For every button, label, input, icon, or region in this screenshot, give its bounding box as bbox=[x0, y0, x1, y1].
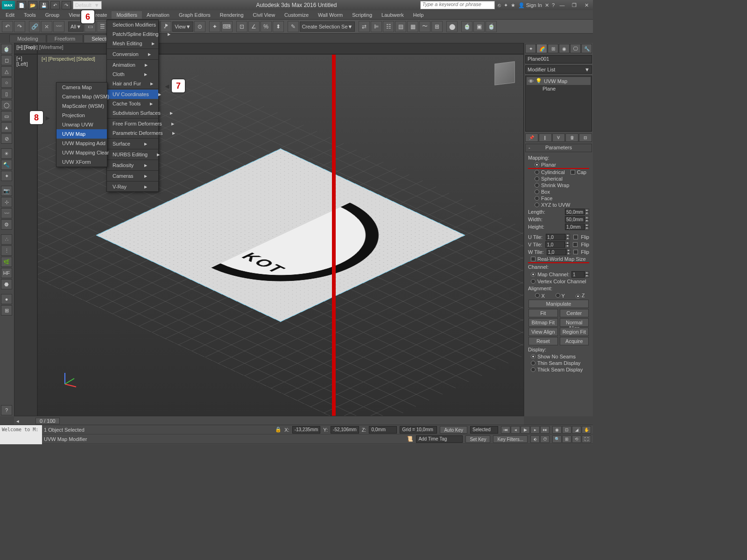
mod-menu-conversion[interactable]: Conversion▶ bbox=[107, 49, 158, 59]
help-search[interactable] bbox=[420, 1, 495, 9]
layers-button[interactable]: ☷ bbox=[383, 21, 394, 32]
key-filters-button[interactable]: Key Filters... bbox=[493, 435, 528, 443]
render-button[interactable]: 🍵 bbox=[486, 21, 497, 32]
isolate-button[interactable]: ◉ bbox=[552, 426, 562, 434]
auto-key-button[interactable]: Auto Key bbox=[440, 426, 467, 434]
ribbon-button[interactable]: ▦ bbox=[407, 21, 418, 32]
utilities-tab-icon[interactable]: 🔧 bbox=[581, 44, 592, 53]
mapping-spherical[interactable]: Spherical bbox=[528, 175, 589, 182]
qat-save-icon[interactable]: 💾 bbox=[39, 1, 49, 9]
view-align-button[interactable]: View Align bbox=[529, 328, 558, 336]
qat-new-icon[interactable]: 📄 bbox=[17, 1, 26, 9]
show-end-result-button[interactable]: ‖ bbox=[539, 133, 552, 142]
tab-modeling[interactable]: Modeling bbox=[9, 35, 46, 42]
teapot-icon[interactable]: 🍵 bbox=[1, 44, 12, 54]
menu-graph-editors[interactable]: Graph Editors bbox=[174, 11, 215, 19]
workspace-dropdown[interactable]: Default▼ bbox=[73, 1, 102, 9]
edit-named-sel-button[interactable]: ✎ bbox=[288, 21, 299, 32]
menu-group[interactable]: Group bbox=[41, 11, 64, 19]
next-frame-button[interactable]: ▸ bbox=[530, 426, 540, 434]
mod-menu-hair-and-fur[interactable]: Hair and Fur▶ bbox=[107, 79, 158, 88]
foliage-icon[interactable]: 🌿 bbox=[1, 257, 12, 267]
menu-rendering[interactable]: Rendering bbox=[215, 11, 248, 19]
keyboard-shortcut-button[interactable]: ⌨ bbox=[221, 21, 233, 32]
layer-explorer-button[interactable]: ▤ bbox=[395, 21, 406, 32]
map-channel-spinner[interactable]: ▲▼ bbox=[571, 271, 589, 278]
pivot-center-button[interactable]: ⊙ bbox=[194, 21, 205, 32]
menu-customize[interactable]: Customize bbox=[280, 11, 313, 19]
autodesk-360-icon[interactable]: ✕ bbox=[545, 2, 549, 8]
mod-menu-uv-coordinates[interactable]: UV Coordinates▶ bbox=[107, 90, 158, 99]
spacewarp-icon[interactable]: 〰 bbox=[1, 208, 12, 218]
mirror-button[interactable]: ⇄ bbox=[359, 21, 370, 32]
thick-seam[interactable]: Thick Seam Display bbox=[528, 366, 589, 373]
undo-button[interactable]: ↶ bbox=[2, 21, 13, 32]
qat-undo-icon[interactable]: ↶ bbox=[50, 1, 60, 9]
sphere2-icon[interactable]: ● bbox=[1, 294, 12, 304]
goto-start-button[interactable]: ⏮ bbox=[501, 426, 510, 434]
camera-icon[interactable]: 📷 bbox=[1, 186, 12, 196]
help-search-input[interactable] bbox=[423, 1, 493, 7]
spot-icon[interactable]: 🔦 bbox=[1, 160, 12, 170]
angle-snap-button[interactable]: ∠ bbox=[248, 21, 260, 32]
mod-menu-free-form-deformers[interactable]: Free Form Deformers▶ bbox=[107, 119, 158, 128]
mod-menu-mesh-editing[interactable]: Mesh Editing▶ bbox=[107, 39, 158, 48]
uv-menu-uvw-mapping-clear[interactable]: UVW Mapping Clear bbox=[56, 148, 107, 157]
view-cube[interactable] bbox=[494, 61, 515, 85]
menu-civil-view[interactable]: Civil View bbox=[248, 11, 280, 19]
eye-icon[interactable]: 👁 bbox=[529, 78, 534, 84]
mod-menu-selection-modifiers[interactable]: Selection Modifiers▶ bbox=[107, 20, 158, 29]
wtile-spinner[interactable]: ▲▼ bbox=[547, 249, 571, 255]
align-y[interactable]: Y bbox=[556, 293, 565, 299]
snap-toggle-button[interactable]: ⊡ bbox=[236, 21, 247, 32]
set-key-button[interactable]: Set Key bbox=[465, 435, 490, 443]
hierarchy-tab-icon[interactable]: ⊞ bbox=[548, 44, 558, 53]
create-tab-icon[interactable]: ✦ bbox=[525, 44, 536, 53]
viewport-left[interactable]: [+] [Left] bbox=[14, 54, 37, 416]
minimize-button[interactable]: — bbox=[557, 1, 567, 9]
menu-animation[interactable]: Animation bbox=[142, 11, 174, 19]
uv-menu-mapscaler-wsm-[interactable]: MapScaler (WSM) bbox=[56, 101, 107, 111]
pan-button[interactable]: ✋ bbox=[582, 426, 591, 434]
curve-editor-button[interactable]: 〜 bbox=[419, 21, 430, 32]
uv-menu-projection[interactable]: Projection bbox=[56, 111, 107, 120]
cylinder-icon[interactable]: ▯ bbox=[1, 89, 12, 99]
thin-seam[interactable]: Thin Seam Display bbox=[528, 360, 589, 366]
help-icon[interactable]: ? bbox=[552, 2, 555, 8]
fit-button[interactable]: Fit bbox=[529, 309, 558, 317]
mod-menu-animation[interactable]: Animation▶ bbox=[107, 60, 158, 70]
uv-menu-uvw-map[interactable]: UVW Map bbox=[56, 129, 107, 139]
orbit-button[interactable]: ⟲ bbox=[572, 435, 581, 443]
sphere-icon[interactable]: ○ bbox=[1, 77, 12, 88]
mod-menu-surface[interactable]: Surface▶ bbox=[107, 139, 158, 148]
cone-icon[interactable]: △ bbox=[1, 66, 12, 77]
qat-open-icon[interactable]: 📂 bbox=[28, 1, 37, 9]
mod-menu-cache-tools[interactable]: Cache Tools▶ bbox=[107, 99, 158, 108]
menu-help[interactable]: Help bbox=[409, 11, 429, 19]
grid-icon[interactable]: ⊞ bbox=[1, 305, 12, 315]
favorite-icon[interactable]: ★ bbox=[511, 2, 515, 8]
vtile-spinner[interactable]: ▲▼ bbox=[545, 241, 570, 248]
percent-snap-button[interactable]: % bbox=[261, 21, 272, 32]
manipulate-button[interactable]: Manipulate bbox=[529, 300, 589, 308]
connectivity-icon[interactable]: ⎋ bbox=[498, 2, 501, 8]
app-logo[interactable]: MAX bbox=[2, 1, 15, 9]
torus-icon[interactable]: ◯ bbox=[1, 100, 12, 110]
zoom-ext-button[interactable]: ⊡ bbox=[562, 426, 571, 434]
qat-redo-icon[interactable]: ↷ bbox=[62, 1, 71, 9]
region-fit-button[interactable]: Region Fit bbox=[560, 328, 589, 336]
acquire-button[interactable]: Acquire bbox=[560, 337, 589, 345]
align-z[interactable]: Z bbox=[576, 293, 585, 299]
uflip-check[interactable] bbox=[573, 235, 578, 239]
mod-menu-subdivision-surfaces[interactable]: Subdivision Surfaces▶ bbox=[107, 108, 158, 118]
coord-x[interactable]: -13,235mm bbox=[292, 426, 321, 434]
system-icon[interactable]: ⚙ bbox=[1, 219, 12, 230]
particle-icon[interactable]: ∴ bbox=[1, 234, 12, 245]
wflip-check[interactable] bbox=[573, 250, 578, 254]
center-button[interactable]: Center bbox=[560, 309, 589, 317]
rock-icon[interactable]: ⬣ bbox=[1, 279, 12, 289]
menu-edit[interactable]: Edit bbox=[1, 11, 19, 19]
time-prev-icon[interactable]: ◂ bbox=[14, 418, 21, 424]
modifier-list-dropdown[interactable]: Modifier List▼ bbox=[525, 65, 592, 74]
modify-tab-icon[interactable]: 🌈 bbox=[536, 44, 547, 53]
